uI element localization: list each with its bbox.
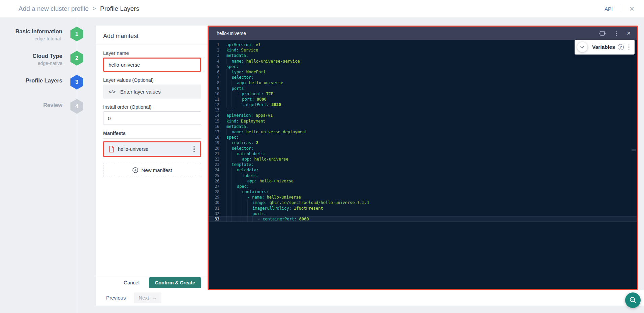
- step-3-hexagon: 3: [70, 75, 83, 90]
- panel-footer: Cancel Confirm & Create: [96, 275, 208, 290]
- step-number: 2: [75, 55, 79, 61]
- manifest-name: hello-universe: [118, 146, 188, 152]
- stepper-item-cloud-type[interactable]: Cloud Type edge-native: [0, 53, 62, 66]
- cancel-button[interactable]: Cancel: [124, 280, 140, 285]
- editor-header: hello-universe ✕: [209, 27, 637, 40]
- code-line[interactable]: 16metadata:: [209, 124, 637, 129]
- magnifier-smile-icon: [629, 296, 637, 304]
- variables-kebab-menu-icon[interactable]: [626, 43, 631, 51]
- code-line[interactable]: 20 selector:: [209, 146, 637, 151]
- code-line[interactable]: 31 imagePullPolicy: IfNotPresent: [209, 206, 637, 211]
- code-line[interactable]: 26 app: hello-universe: [209, 178, 637, 184]
- code-line[interactable]: 19 replicas: 2: [209, 140, 637, 145]
- layer-values-label: Layer values (Optional): [103, 77, 201, 83]
- line-number: 25: [209, 173, 219, 178]
- step-number: 3: [75, 79, 79, 85]
- next-button[interactable]: Next →: [134, 292, 161, 303]
- line-number: 10: [209, 91, 219, 97]
- line-number: 13: [209, 107, 219, 113]
- editor-kebab-menu-icon[interactable]: [614, 29, 618, 38]
- line-number: 29: [209, 195, 219, 200]
- code-line[interactable]: 23 template:: [209, 162, 637, 167]
- new-manifest-button[interactable]: New manifest: [103, 163, 201, 177]
- code-line[interactable]: 32 ports:: [209, 211, 637, 216]
- layer-name-input[interactable]: [103, 58, 201, 72]
- code-brackets-icon: </>: [109, 89, 116, 94]
- step-number: 1: [75, 31, 79, 37]
- code-line[interactable]: 24 metadata:: [209, 167, 637, 173]
- line-number: 19: [209, 140, 219, 145]
- install-order-input[interactable]: [103, 111, 201, 125]
- code-line[interactable]: 12 targetPort: 8080: [209, 102, 637, 107]
- code-line[interactable]: 13---: [209, 107, 637, 113]
- manifest-item-hello-universe[interactable]: hello-universe: [103, 141, 201, 157]
- code-line[interactable]: 8 app: hello-universe: [209, 80, 637, 85]
- code-line[interactable]: 33 - containerPort: 8080: [209, 216, 637, 222]
- stepper-item-basic-information[interactable]: Basic Information edge-tutorial-: [0, 28, 62, 41]
- editor-code[interactable]: 1apiVersion: v12kind: Service3metadata:4…: [209, 40, 637, 222]
- code-line[interactable]: 27 spec:: [209, 184, 637, 189]
- line-number: 16: [209, 124, 219, 129]
- code-line[interactable]: 10 - protocol: TCP: [209, 91, 637, 97]
- line-number: 18: [209, 135, 219, 140]
- step-subtitle: edge-native: [0, 61, 62, 66]
- code-line[interactable]: 6 type: NodePort: [209, 69, 637, 75]
- breadcrumb-parent-link[interactable]: Add a new cluster profile: [19, 5, 89, 12]
- stepper-item-profile-layers[interactable]: Profile Layers: [0, 77, 62, 84]
- panel-title: Add manifest: [103, 33, 201, 40]
- wizard-footer: Previous Next →: [96, 290, 644, 306]
- step-title: Cloud Type: [0, 53, 62, 59]
- code-line[interactable]: 21 matchLabels:: [209, 151, 637, 156]
- line-number: 3: [209, 53, 219, 58]
- support-search-fab[interactable]: [625, 292, 641, 308]
- line-number: 24: [209, 167, 219, 173]
- code-line[interactable]: 25 labels:: [209, 173, 637, 178]
- stepper-item-review[interactable]: Review: [0, 102, 62, 108]
- enter-layer-values-button[interactable]: </> Enter layer values: [103, 84, 201, 99]
- chevron-down-icon[interactable]: [577, 42, 587, 52]
- breadcrumb-separator: >: [93, 5, 96, 12]
- confirm-create-button[interactable]: Confirm & Create: [149, 277, 201, 288]
- close-icon[interactable]: ✕: [629, 6, 635, 12]
- line-number: 17: [209, 129, 219, 135]
- topbar: Add a new cluster profile > Profile Laye…: [0, 0, 644, 18]
- step-subtitle: edge-tutorial-: [0, 36, 62, 41]
- code-line[interactable]: 14apiVersion: apps/v1: [209, 113, 637, 118]
- editor-scrollbar-thumb[interactable]: [632, 149, 636, 151]
- line-number: 2: [209, 47, 219, 53]
- code-line[interactable]: 4 name: hello-universe-service: [209, 59, 637, 64]
- line-number: 14: [209, 113, 219, 118]
- api-button[interactable]: API: [605, 6, 613, 12]
- code-line[interactable]: 2kind: Service: [209, 47, 637, 53]
- previous-button[interactable]: Previous: [106, 295, 126, 301]
- topbar-divider: [621, 5, 621, 13]
- split-view-icon[interactable]: [599, 31, 606, 36]
- layer-name-label: Layer name: [103, 50, 201, 56]
- code-line[interactable]: 3metadata:: [209, 53, 637, 58]
- code-line[interactable]: 17 name: hello-universe-deployment: [209, 129, 637, 135]
- help-icon[interactable]: ?: [618, 44, 624, 50]
- code-line[interactable]: 1apiVersion: v1: [209, 42, 637, 47]
- line-number: 32: [209, 211, 219, 216]
- code-line[interactable]: 7 selector:: [209, 75, 637, 80]
- code-line[interactable]: 9 ports:: [209, 86, 637, 91]
- line-number: 21: [209, 151, 219, 156]
- manifest-kebab-menu-icon[interactable]: [192, 145, 196, 153]
- editor-close-icon[interactable]: ✕: [626, 30, 631, 36]
- code-line[interactable]: 28 containers:: [209, 189, 637, 195]
- editor-title: hello-universe: [217, 31, 599, 36]
- line-number: 11: [209, 97, 219, 102]
- line-number: 31: [209, 206, 219, 211]
- code-line[interactable]: 18spec:: [209, 135, 637, 140]
- editor-scrollbar-track: [632, 54, 632, 289]
- breadcrumb: Add a new cluster profile > Profile Laye…: [19, 5, 139, 12]
- new-manifest-label: New manifest: [142, 167, 172, 173]
- code-line[interactable]: 29 - name: hello-universe: [209, 195, 637, 200]
- add-manifest-panel: Add manifest Layer name Layer values (Op…: [96, 26, 208, 290]
- line-number: 4: [209, 59, 219, 64]
- code-line[interactable]: 15kind: Deployment: [209, 118, 637, 124]
- code-line[interactable]: 30 image: ghcr.io/spectrocloud/hello-uni…: [209, 200, 637, 205]
- code-line[interactable]: 5spec:: [209, 64, 637, 69]
- code-line[interactable]: 11 port: 8080: [209, 97, 637, 102]
- code-line[interactable]: 22 app: hello-universe: [209, 156, 637, 162]
